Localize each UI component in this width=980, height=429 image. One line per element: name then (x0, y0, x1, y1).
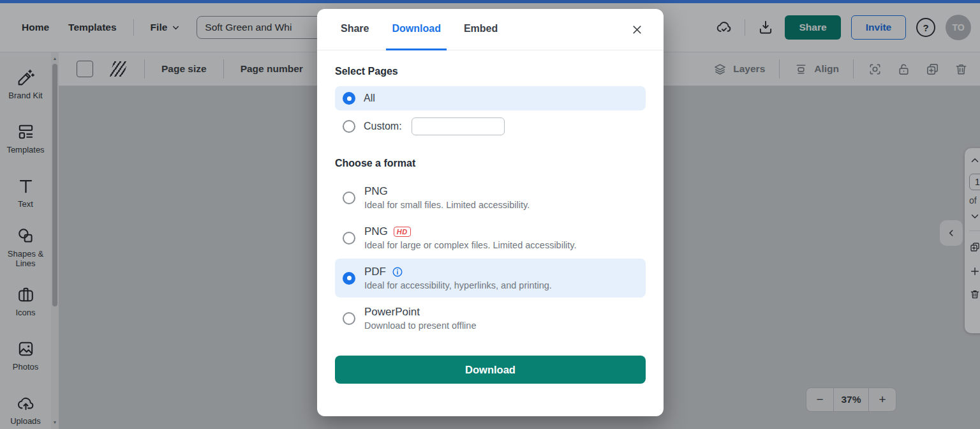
format-option-text: PNG Ideal for small files. Limited acces… (364, 185, 530, 210)
close-icon[interactable] (628, 20, 646, 38)
tab-embed[interactable]: Embed (458, 9, 503, 50)
radio-selected-icon[interactable] (343, 92, 355, 105)
format-option-text: PDF Ideal for accessibility, hyperlinks,… (364, 266, 552, 290)
pages-all-option[interactable]: All (335, 86, 646, 110)
format-option-png-hd[interactable]: PNG HD Ideal for large or complex files.… (335, 218, 646, 257)
modal-body: Select Pages All Custom: Choose a format… (317, 50, 664, 416)
format-label: PDF (364, 266, 386, 278)
modal-tab-bar: Share Download Embed (317, 9, 664, 50)
tab-download[interactable]: Download (386, 9, 446, 50)
format-description: Ideal for accessibility, hyperlinks, and… (364, 280, 552, 290)
format-description: Ideal for small files. Limited accessibi… (364, 200, 530, 210)
choose-format-heading: Choose a format (335, 158, 646, 169)
tab-share[interactable]: Share (335, 9, 375, 50)
app-window: Home Templates File Share Invite (0, 0, 980, 429)
pages-all-label: All (364, 93, 375, 104)
info-icon[interactable] (392, 266, 403, 278)
format-option-pdf[interactable]: PDF Ideal for accessibility, hyperlinks,… (335, 259, 646, 297)
download-button[interactable]: Download (335, 356, 646, 384)
format-label: PowerPoint (364, 306, 420, 319)
select-pages-heading: Select Pages (335, 66, 646, 77)
radio-unselected-icon[interactable] (343, 192, 355, 204)
custom-pages-input[interactable] (412, 117, 505, 135)
radio-unselected-icon[interactable] (343, 120, 355, 133)
hd-badge: HD (394, 227, 411, 237)
format-label: PNG (364, 185, 388, 198)
format-label: PNG (364, 225, 388, 238)
radio-unselected-icon[interactable] (343, 312, 355, 325)
pages-custom-option[interactable]: Custom: (335, 114, 646, 139)
format-option-text: PowerPoint Download to present offline (364, 306, 476, 331)
format-option-png[interactable]: PNG Ideal for small files. Limited acces… (335, 178, 646, 217)
download-modal: Share Download Embed Select Pages All Cu… (317, 9, 664, 416)
format-option-powerpoint[interactable]: PowerPoint Download to present offline (335, 299, 646, 338)
format-option-text: PNG HD Ideal for large or complex files.… (364, 225, 577, 250)
radio-unselected-icon[interactable] (343, 232, 355, 245)
format-description: Ideal for large or complex files. Limite… (364, 240, 577, 250)
pages-custom-label: Custom: (364, 121, 402, 132)
radio-selected-icon[interactable] (343, 272, 355, 285)
format-description: Download to present offline (364, 320, 476, 331)
